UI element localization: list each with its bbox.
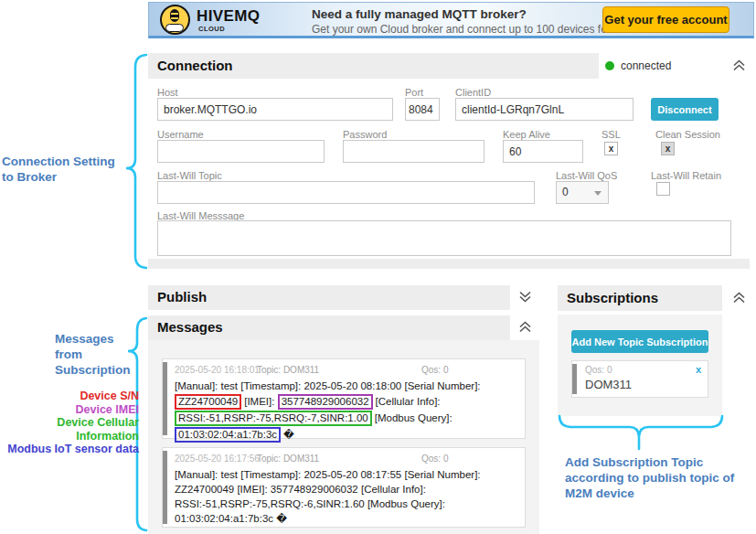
card-accent-bar: [163, 362, 167, 435]
modbus-highlight: 01:03:02:04:a1:7b:3c: [175, 427, 281, 443]
hivemq-logo-icon: [160, 5, 190, 35]
clientid-label: ClientID: [455, 87, 491, 98]
publish-section: Publish: [148, 285, 539, 310]
subscription-card[interactable]: Qos: 0 x DOM311: [571, 360, 708, 398]
message-qos: Qos: 0: [421, 454, 448, 464]
banner-text: Need a fully managed MQTT broker? Get yo…: [312, 7, 635, 36]
message-tail: �: [283, 429, 294, 440]
subscriptions-title: Subscriptions: [567, 290, 658, 305]
message-timestamp: 2025-05-20 16:17:56: [175, 454, 260, 464]
connection-section: Connection connected Host Port ClientID …: [148, 53, 750, 270]
lastwill-qos-label: Last-Will QoS: [556, 170, 617, 181]
cellular-highlight: RSSI:-51,RSRP:-75,RSRQ:-7,SINR:1.00: [175, 411, 372, 426]
annotation-connection-setting: Connection Setting to Broker: [2, 154, 115, 185]
message-topic: Topic: DOM311: [257, 454, 319, 464]
annotation-line: M2M device: [565, 486, 734, 501]
cloud-icon: [165, 24, 184, 32]
connection-status-text: connected: [621, 59, 671, 72]
hivemq-banner[interactable]: HIVEMQ CLOUD Need a fully managed MQTT b…: [148, 2, 754, 38]
hivemq-brand-sub: CLOUD: [198, 25, 260, 33]
message-card[interactable]: 2025-05-20 16:17:56 Topic: DOM311 Qos: 0…: [162, 447, 526, 528]
message-body: [Manual]: test [Timestamp]: 2025-05-20 0…: [175, 379, 519, 443]
lastwill-qos-value: 0: [562, 186, 569, 198]
bee-icon: [170, 9, 179, 22]
expand-publish-icon[interactable]: [517, 290, 533, 304]
collapse-connection-icon[interactable]: [731, 59, 747, 72]
annotation-add-subscription-topic: Add Subscription Topic according to publ…: [565, 454, 734, 501]
annotation-modbus-data: Modbus IoT sensor data: [0, 443, 139, 456]
host-input[interactable]: [157, 98, 393, 121]
messages-list: 2025-05-20 16:18:01 Topic: DOM311 Qos: 0…: [148, 340, 539, 534]
keepalive-label: Keep Alive: [503, 129, 550, 140]
connection-status: connected: [599, 53, 750, 79]
status-dot-icon: [605, 61, 614, 70]
annotation-line: Connection Setting: [2, 154, 115, 169]
ssl-label: SSL: [602, 129, 621, 140]
annotation-line: according to publish topic of: [565, 470, 734, 486]
annotation-line: Messages: [55, 331, 131, 347]
clean-session-checkbox[interactable]: x: [661, 142, 675, 155]
password-input[interactable]: [343, 140, 484, 163]
messages-title: Messages: [157, 319, 223, 335]
cellular-label: [Cellular Info]:: [376, 396, 441, 407]
lastwill-topic-label: Last-Will Topic: [157, 170, 222, 181]
annotation-messages-from-subscription: Messages from Subscription: [55, 331, 131, 378]
annotation-brace-subscription: [559, 416, 722, 449]
collapse-subscriptions-icon[interactable]: [731, 291, 747, 304]
collapse-messages-icon[interactable]: [517, 320, 533, 334]
username-label: Username: [157, 129, 204, 140]
message-line: RSSI:-51,RSRP:-75,RSRQ:-7,SINR:1.00[Modb…: [175, 411, 519, 426]
subscription-qos: Qos: 0: [585, 365, 612, 375]
annotation-device-sn: Device S/N: [0, 390, 139, 403]
message-timestamp: 2025-05-20 16:18:01: [175, 365, 260, 375]
banner-subheadline: Get your own Cloud broker and connect up…: [312, 23, 635, 36]
annotation-line: from: [55, 347, 131, 362]
annotation-line: Subscription: [55, 362, 131, 378]
keepalive-input[interactable]: [503, 140, 583, 163]
clientid-input[interactable]: [455, 98, 634, 121]
lastwill-topic-input[interactable]: [157, 181, 535, 204]
lastwill-retain-checkbox[interactable]: [656, 182, 670, 196]
remove-subscription-button[interactable]: x: [696, 364, 701, 375]
port-input[interactable]: [405, 98, 440, 121]
lastwill-qos-select[interactable]: 0: [556, 181, 609, 204]
imei-label: [IMEI]:: [244, 396, 274, 407]
lastwill-message-textarea[interactable]: [157, 220, 731, 256]
banner-headline: Need a fully managed MQTT broker?: [312, 7, 635, 21]
message-card[interactable]: 2025-05-20 16:18:01 Topic: DOM311 Qos: 0…: [162, 358, 526, 439]
get-free-account-button[interactable]: Get your free account: [602, 6, 729, 33]
subscription-topic: DOM311: [585, 378, 632, 391]
annotation-line: to Broker: [2, 169, 115, 185]
message-line: 01:03:02:04:a1:7b:3c�: [175, 427, 519, 443]
annotation-brace-connection: [126, 55, 146, 268]
dropdown-caret-icon: [594, 191, 602, 196]
message-body: [Manual]: test [Timestamp]: 2025-05-20 0…: [175, 467, 519, 526]
password-label: Password: [343, 129, 387, 140]
imei-highlight: 357748929006032: [278, 394, 373, 410]
hivemq-brand-name: HIVEMQ: [197, 7, 260, 26]
card-accent-bar: [572, 364, 577, 394]
hivemq-brand: HIVEMQ CLOUD: [197, 7, 260, 33]
annotation-device-imei: Device IMEI: [0, 403, 139, 417]
serial-number-highlight: ZZ24700049: [175, 394, 241, 410]
clean-session-label: Clean Session: [655, 129, 720, 140]
subscriptions-section: Subscriptions Add New Topic Subscription…: [558, 285, 756, 416]
annotation-device-cellular: Device Cellular Information: [0, 416, 139, 443]
disconnect-button[interactable]: Disconnect: [651, 98, 719, 121]
connection-footer-strip: [148, 259, 750, 269]
publish-title: Publish: [157, 289, 207, 304]
message-line: [Manual]: test [Timestamp]: 2025-05-20 0…: [175, 379, 519, 393]
ssl-checkbox[interactable]: x: [604, 142, 618, 155]
add-subscription-button[interactable]: Add New Topic Subscription: [571, 330, 708, 353]
modbus-label: [Modbus Query]:: [375, 412, 453, 423]
message-topic: Topic: DOM311: [257, 365, 319, 375]
lastwill-retain-label: Last-Will Retain: [651, 170, 721, 181]
card-accent-bar: [163, 451, 167, 524]
username-input[interactable]: [157, 140, 325, 163]
message-line: ZZ24700049[IMEI]: 357748929006032[Cellul…: [175, 394, 519, 410]
messages-section: Messages 2025-05-20 16:18:01 Topic: DOM3…: [148, 315, 539, 534]
message-qos: Qos: 0: [421, 365, 448, 375]
annotation-line: Add Subscription Topic: [565, 454, 734, 470]
mqtt-web-client-screen: HIVEMQ CLOUD Need a fully managed MQTT b…: [0, 0, 756, 534]
port-label: Port: [405, 87, 423, 98]
